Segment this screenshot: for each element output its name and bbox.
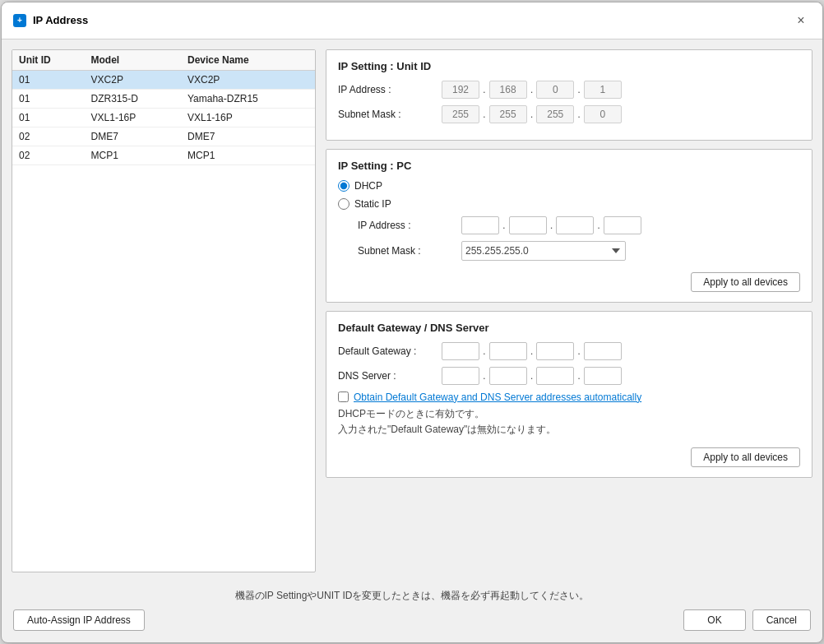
right-panel: IP Setting : Unit ID IP Address : . . . … (326, 49, 812, 572)
unit-subnet-oct3[interactable] (536, 105, 574, 123)
default-gateway-row: Default Gateway : . . . (338, 342, 800, 360)
static-radio[interactable] (338, 198, 350, 210)
pc-ip-oct3[interactable] (556, 216, 594, 234)
col-unit-id: Unit ID (12, 50, 85, 71)
unit-subnet-oct2[interactable] (489, 105, 527, 123)
cell-model: MCP1 (85, 146, 181, 164)
dialog-title: IP Address (33, 14, 88, 26)
auto-obtain-checkbox[interactable] (338, 391, 349, 402)
pc-ip-oct4[interactable] (604, 216, 641, 234)
gateway-dns-section: Default Gateway / DNS Server Default Gat… (326, 311, 812, 478)
cell-deviceName: VXC2P (181, 70, 315, 89)
table-row[interactable]: 01DZR315-DYamaha-DZR15 (12, 89, 315, 108)
auto-obtain-label[interactable]: Obtain Default Gateway and DNS Server ad… (354, 391, 641, 403)
dhcp-label[interactable]: DHCP (354, 180, 382, 192)
cell-deviceName: VXL1-16P (181, 108, 315, 127)
col-model: Model (85, 50, 181, 71)
title-bar-left: + IP Address (13, 14, 88, 27)
close-button[interactable]: × (791, 11, 811, 30)
bottom-bar: 機器のIP SettingやUNIT IDを変更したときは、機器を必ず再起動して… (2, 582, 822, 642)
cell-unitId: 02 (12, 146, 85, 164)
ok-cancel-group: OK Cancel (683, 609, 811, 631)
auto-assign-button[interactable]: Auto-Assign IP Address (13, 609, 145, 631)
dns-oct3[interactable] (536, 367, 574, 385)
main-content: Unit ID Model Device Name 01VXC2PVXC2P01… (2, 39, 822, 582)
gw-oct1[interactable] (442, 342, 479, 360)
table-row[interactable]: 02DME7DME7 (12, 127, 315, 146)
dns-oct2[interactable] (489, 367, 527, 385)
pc-apply-row: Apply to all devices (338, 267, 800, 292)
ok-button[interactable]: OK (683, 609, 745, 631)
cell-deviceName: MCP1 (181, 146, 315, 164)
unit-ip-oct1[interactable] (442, 81, 479, 99)
cell-unitId: 02 (12, 127, 85, 146)
unit-subnet-row: Subnet Mask : . . . (338, 105, 800, 123)
default-gateway-label: Default Gateway : (338, 345, 437, 357)
table-row[interactable]: 01VXC2PVXC2P (12, 70, 315, 89)
ip-setting-unit-section: IP Setting : Unit ID IP Address : . . . … (326, 49, 812, 141)
dns-oct4[interactable] (584, 367, 622, 385)
unit-subnet-oct4[interactable] (584, 105, 622, 123)
pc-ip-label: IP Address : (358, 220, 456, 231)
unit-subnet-group: . . . (442, 105, 622, 123)
ip-setting-unit-title: IP Setting : Unit ID (338, 60, 800, 72)
device-table: Unit ID Model Device Name 01VXC2PVXC2P01… (12, 50, 315, 165)
unit-ip-label: IP Address : (338, 84, 437, 95)
col-device-name: Device Name (181, 50, 315, 71)
gw-oct3[interactable] (536, 342, 574, 360)
cell-model: VXL1-16P (85, 108, 181, 127)
ip-setting-pc-title: IP Setting : PC (338, 160, 800, 172)
subnet-mask-select[interactable]: 255.255.255.0 255.255.0.0 255.0.0.0 (461, 241, 626, 261)
title-icon: + (13, 14, 26, 27)
dhcp-radio-row: DHCP (338, 180, 800, 192)
gateway-ip-group: . . . (442, 342, 622, 360)
pc-ip-oct1[interactable] (461, 216, 499, 234)
pc-ip-address-row: IP Address : . . . (358, 216, 800, 234)
static-radio-row: Static IP (338, 198, 800, 210)
gateway-dns-title: Default Gateway / DNS Server (338, 322, 800, 334)
table-row[interactable]: 01VXL1-16PVXL1-16P (12, 108, 315, 127)
auto-obtain-row: Obtain Default Gateway and DNS Server ad… (338, 391, 800, 403)
dns-ip-group: . . . (442, 367, 622, 385)
gw-apply-row: Apply to all devices (338, 442, 800, 467)
pc-subnet-label: Subnet Mask : (358, 245, 456, 257)
device-list-panel: Unit ID Model Device Name 01VXC2PVXC2P01… (12, 49, 316, 572)
cell-model: VXC2P (85, 70, 181, 89)
pc-ip-oct2[interactable] (509, 216, 547, 234)
dns-oct1[interactable] (442, 367, 479, 385)
cancel-button[interactable]: Cancel (752, 609, 811, 631)
unit-ip-oct4[interactable] (584, 81, 622, 99)
cell-model: DME7 (85, 127, 181, 146)
bottom-note: 機器のIP SettingやUNIT IDを変更したときは、機器を必ず再起動して… (13, 589, 811, 603)
unit-ip-address-row: IP Address : . . . (338, 81, 800, 99)
dialog: + IP Address × Unit ID Model Device Name… (1, 2, 823, 643)
dhcp-note: DHCPモードのときに有効です。入力された"Default Gateway"は無… (338, 406, 800, 438)
dhcp-radio[interactable] (338, 180, 350, 192)
static-label[interactable]: Static IP (354, 198, 391, 210)
unit-ip-oct3[interactable] (536, 81, 574, 99)
pc-apply-button[interactable]: Apply to all devices (691, 272, 800, 292)
pc-sub-fields: IP Address : . . . Subnet Mask : (338, 216, 800, 261)
unit-subnet-oct1[interactable] (442, 105, 479, 123)
cell-deviceName: DME7 (181, 127, 315, 146)
pc-ip-group: . . . (461, 216, 641, 234)
dns-label: DNS Server : (338, 370, 437, 382)
table-row[interactable]: 02MCP1MCP1 (12, 146, 315, 164)
cell-model: DZR315-D (85, 89, 181, 108)
table-header-row: Unit ID Model Device Name (12, 50, 315, 71)
title-bar: + IP Address × (2, 2, 822, 39)
ip-setting-pc-section: IP Setting : PC DHCP Static IP IP Addres… (326, 149, 812, 303)
unit-subnet-label: Subnet Mask : (338, 109, 437, 120)
gw-apply-button[interactable]: Apply to all devices (691, 447, 800, 467)
gw-oct2[interactable] (489, 342, 527, 360)
unit-ip-oct2[interactable] (489, 81, 527, 99)
pc-subnet-row: Subnet Mask : 255.255.255.0 255.255.0.0 … (358, 241, 800, 261)
cell-unitId: 01 (12, 89, 85, 108)
unit-ip-group: . . . (442, 81, 622, 99)
cell-deviceName: Yamaha-DZR15 (181, 89, 315, 108)
cell-unitId: 01 (12, 108, 85, 127)
dns-server-row: DNS Server : . . . (338, 367, 800, 385)
gw-oct4[interactable] (584, 342, 622, 360)
cell-unitId: 01 (12, 70, 85, 89)
bottom-buttons: Auto-Assign IP Address OK Cancel (13, 609, 811, 631)
